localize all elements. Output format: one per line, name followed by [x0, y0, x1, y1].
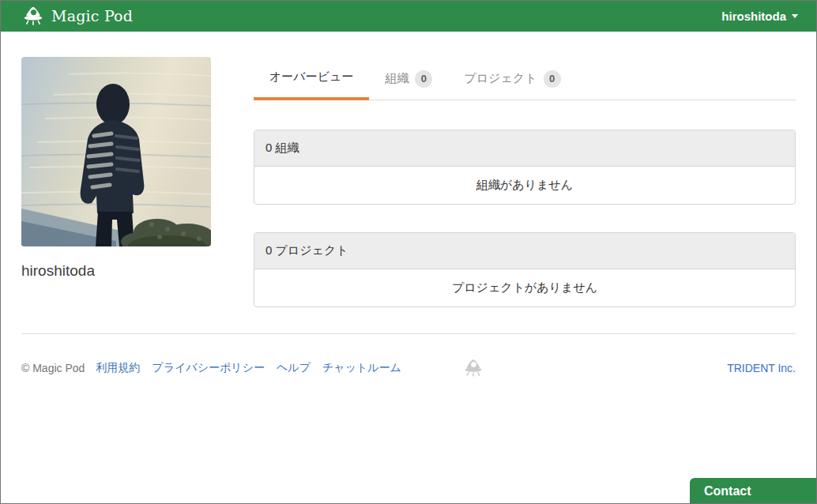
footer-link-help[interactable]: ヘルプ	[277, 361, 311, 375]
brand-name: Magic Pod	[51, 7, 133, 24]
tab-overview[interactable]: オーバービュー	[254, 57, 369, 100]
organization-panel: 0 組織 組織がありません	[254, 130, 796, 205]
organization-count-badge: 0	[415, 70, 432, 88]
profile-username: hiroshitoda	[21, 262, 211, 280]
organization-panel-header: 0 組織	[254, 130, 795, 167]
tab-overview-label: オーバービュー	[269, 70, 353, 85]
project-panel-header: 0 プロジェクト	[254, 233, 795, 269]
footer-link-terms[interactable]: 利用規約	[96, 361, 140, 375]
footer: © Magic Pod 利用規約 プライバシーポリシー ヘルプ チャットルーム …	[21, 334, 796, 378]
profile-photo	[21, 57, 211, 246]
magic-pod-ufo-icon	[21, 5, 45, 27]
user-dropdown-label: hiroshitoda	[721, 9, 786, 23]
contact-button-label: Contact	[704, 484, 751, 498]
tab-project-label: プロジェクト	[464, 71, 537, 86]
brand-logo[interactable]: Magic Pod	[21, 5, 133, 27]
tab-organization[interactable]: 組織 0	[369, 57, 448, 100]
project-panel: 0 プロジェクト プロジェクトがありません	[254, 232, 796, 307]
copyright: © Magic Pod	[21, 362, 85, 374]
footer-link-chat[interactable]: チャットルーム	[322, 361, 401, 375]
tab-project[interactable]: プロジェクト 0	[448, 57, 576, 100]
main-content: hiroshitoda オーバービュー 組織 0 プロジェクト 0 0 組織 組…	[21, 32, 796, 307]
profile-tabs: オーバービュー 組織 0 プロジェクト 0	[254, 57, 796, 100]
organization-empty-message: 組織がありません	[254, 167, 795, 204]
project-count-badge: 0	[544, 70, 561, 88]
user-dropdown[interactable]: hiroshitoda	[721, 9, 798, 23]
profile-sidebar: hiroshitoda	[21, 57, 211, 307]
tab-organization-label: 組織	[385, 71, 408, 86]
footer-link-privacy[interactable]: プライバシーポリシー	[152, 361, 265, 375]
navbar: Magic Pod hiroshitoda	[0, 0, 817, 32]
footer-ufo-icon	[462, 358, 484, 378]
caret-down-icon	[792, 14, 798, 18]
contact-button[interactable]: Contact	[690, 478, 817, 504]
project-empty-message: プロジェクトがありません	[254, 269, 795, 307]
company-link[interactable]: TRIDENT Inc.	[727, 362, 796, 374]
